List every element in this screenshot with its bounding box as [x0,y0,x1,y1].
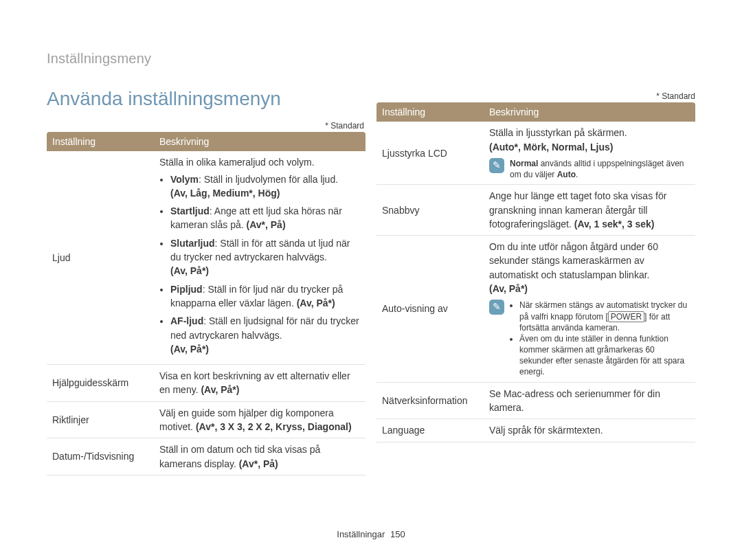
table-row: Auto-visning av Om du inte utför någon å… [376,236,695,383]
note-bold: Auto [557,170,576,179]
setting-desc: Välj en guide som hjälper dig komponera … [154,401,366,438]
desc-text: Ställa in ljusstyrkan på skärmen. [489,127,627,138]
setting-desc: Välj språk för skärmtexten. [484,419,695,442]
col-header-description: Beskrivning [154,132,366,151]
setting-name: Snabbvy [376,185,484,236]
section-title: Inställningsmeny [47,51,151,67]
desc-options: (Av, 1 sek*, 3 sek) [574,219,655,229]
item-label: Slutarljud [170,238,215,249]
list-item: Pipljud: Ställ in för ljud när du trycke… [170,282,360,311]
item-label: AF-ljud [170,315,203,326]
note-item-text: Även om du inte ställer in denna funktio… [519,334,684,377]
setting-name: Auto-visning av [376,236,484,383]
note-list-item: Även om du inte ställer in denna funktio… [519,333,690,378]
table-row: Hjälpguidesskärm Visa en kort beskrivnin… [47,365,366,402]
desc-options: (Av, På*) [489,283,528,294]
list-item: AF-ljud: Ställ en ljudsignal för när du … [170,314,360,356]
setting-desc: Se Mac-adress och serienummer för din ka… [484,382,695,419]
desc-options: (Av, På*) [201,384,239,395]
col-header-description: Beskrivning [484,102,695,122]
desc-text: Om du inte utför någon åtgärd under 60 s… [489,241,658,280]
item-label: Startljud [170,205,210,216]
footer-label: Inställningar [337,529,385,539]
note-box: När skärmen stängs av automatiskt trycke… [489,300,690,377]
list-item: Startljud: Ange att ett ljud ska höras n… [170,204,360,232]
standard-note-right: * Standard [656,91,695,101]
setting-desc: Ställ in om datum och tid ska visas på k… [154,438,366,475]
table-row: Language Välj språk för skärmtexten. [376,419,695,442]
item-options: (Av, På*) [170,265,209,276]
item-label: Volym [170,174,199,185]
desc-options: (Av*, 3 X 3, 2 X 2, Kryss, Diagonal) [196,421,352,432]
setting-desc: Ställa in olika kameraljud och volym. Vo… [154,151,366,364]
setting-name: Language [376,419,484,442]
desc-options: (Auto*, Mörk, Normal, Ljus) [489,142,613,153]
setting-desc: Visa en kort beskrivning av ett alternat… [154,365,366,402]
note-end: . [576,170,578,179]
table-row: Datum-/Tidsvisning Ställ in om datum och… [47,438,366,475]
power-key-label: POWER [608,311,644,322]
note-icon [489,300,504,315]
note-box: Normal används alltid i uppspelningsläge… [489,158,690,180]
list-item: Slutarljud: Ställ in för att sända ut lj… [170,236,360,278]
table-row: Snabbvy Ange hur länge ett taget foto sk… [376,185,695,236]
intro-text: Ställa in olika kameraljud och volym. [159,157,315,168]
setting-name: Hjälpguidesskärm [47,365,154,402]
note-bold: Normal [510,159,538,168]
list-item: Volym: Ställ in ljudvolymen för alla lju… [170,172,360,201]
col-header-setting: Inställning [376,102,484,122]
setting-desc: Om du inte utför någon åtgärd under 60 s… [484,236,695,383]
note-text: Normal används alltid i uppspelningsläge… [510,158,690,180]
settings-table-right: Inställning Beskrivning Ljusstyrka LCD S… [376,102,695,443]
col-header-setting: Inställning [47,132,154,151]
item-options: (Av, Låg, Medium*, Hög) [170,188,280,199]
setting-name: Ljud [47,151,154,364]
note-text: När skärmen stängs av automatiskt trycke… [510,300,690,377]
setting-name: Ljusstyrka LCD [376,122,484,184]
table-row: Ljusstyrka LCD Ställa in ljusstyrkan på … [376,122,695,184]
setting-name: Datum-/Tidsvisning [47,438,154,475]
desc-options: (Av*, På) [239,458,278,469]
setting-desc: Ange hur länge ett taget foto ska visas … [484,185,695,236]
note-icon [489,158,504,173]
table-row: Riktlinjer Välj en guide som hjälper dig… [47,401,366,438]
setting-name: Nätverksinformation [376,382,484,419]
table-row: Nätverksinformation Se Mac-adress och se… [376,382,695,419]
setting-name: Riktlinjer [47,401,154,438]
item-label: Pipljud [170,284,203,295]
item-options: (Av*, På) [247,219,286,230]
item-options: (Av, På*) [297,298,335,309]
page-number: 150 [390,529,405,539]
item-text: : Ställ in ljudvolymen för alla ljud. [199,174,338,185]
setting-desc: Ställa in ljusstyrkan på skärmen. (Auto*… [484,122,695,184]
item-options: (Av, På*) [170,344,209,355]
desc-text: Visa en kort beskrivning av ett alternat… [159,370,350,395]
page-footer: Inställningar 150 [0,529,742,539]
note-list-item: När skärmen stängs av automatiskt trycke… [519,300,690,333]
table-row: Ljud Ställa in olika kameraljud och voly… [47,151,366,364]
settings-table-left: Inställning Beskrivning Ljud Ställa in o… [47,132,366,475]
